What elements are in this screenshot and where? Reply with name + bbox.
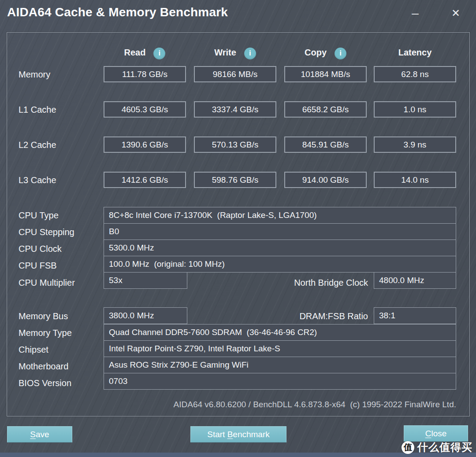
row-label-l2-cache: L2 Cache bbox=[19, 140, 56, 150]
memory-copy-value: 101884 MB/s bbox=[284, 66, 367, 82]
minimize-icon[interactable]: – bbox=[405, 4, 425, 22]
label-dram-fsb-ratio: DRAM:FSB Ratio bbox=[192, 311, 368, 321]
l2-copy-value: 845.91 GB/s bbox=[284, 136, 367, 153]
l3-read-value: 1412.6 GB/s bbox=[104, 172, 186, 188]
north-bridge-clock-value: 4800.0 MHz bbox=[374, 272, 456, 289]
memory-latency-value: 62.8 ns bbox=[374, 66, 456, 82]
cpu-multiplier-value: 53x bbox=[104, 272, 187, 289]
window-title: AIDA64 Cache & Memory Benchmark bbox=[7, 5, 228, 19]
l1-copy-value: 6658.2 GB/s bbox=[284, 101, 367, 118]
label-memory-type: Memory Type bbox=[19, 328, 72, 338]
start-benchmark-button[interactable]: Start Benchmark bbox=[190, 426, 286, 442]
memory-write-value: 98166 MB/s bbox=[194, 66, 276, 82]
memory-read-value: 111.78 GB/s bbox=[104, 66, 186, 82]
label-cpu-fsb: CPU FSB bbox=[19, 261, 57, 271]
column-header-read-label: Read bbox=[124, 48, 146, 58]
label-bios-version: BIOS Version bbox=[19, 378, 71, 388]
l1-latency-value: 1.0 ns bbox=[374, 101, 456, 118]
cpu-type-value: 8C+8c Intel Core i7-13700K (Raptor Lake-… bbox=[104, 207, 456, 224]
label-chipset: Chipset bbox=[19, 345, 48, 355]
aida64-window: AIDA64 Cache & Memory Benchmark – ✕ Read… bbox=[0, 0, 476, 457]
label-north-bridge-clock: North Bridge Clock bbox=[192, 278, 368, 288]
close-button[interactable]: Close bbox=[404, 425, 468, 442]
chipset-value: Intel Raptor Point-S Z790, Intel Raptor … bbox=[104, 340, 456, 357]
l2-latency-value: 3.9 ns bbox=[374, 136, 456, 153]
column-header-latency: Latency bbox=[374, 45, 456, 59]
memory-bus-value: 3800.0 MHz bbox=[104, 307, 187, 324]
column-header-copy: Copy i bbox=[284, 45, 367, 59]
row-label-l3-cache: L3 Cache bbox=[19, 175, 56, 185]
dram-fsb-ratio-value: 38:1 bbox=[374, 307, 456, 324]
l2-read-value: 1390.6 GB/s bbox=[104, 136, 186, 153]
l2-write-value: 570.13 GB/s bbox=[194, 136, 276, 153]
smzdm-logo-icon: 值 bbox=[402, 441, 414, 454]
motherboard-value: Asus ROG Strix Z790-E Gaming WiFi bbox=[104, 357, 456, 373]
memory-type-value: Quad Channel DDR5-7600 SDRAM (36-46-46-9… bbox=[104, 324, 456, 341]
column-header-read: Read i bbox=[104, 45, 186, 59]
label-memory-bus: Memory Bus bbox=[19, 311, 68, 321]
label-cpu-type: CPU Type bbox=[19, 210, 59, 221]
column-header-write: Write i bbox=[194, 45, 276, 59]
row-label-memory: Memory bbox=[19, 70, 50, 80]
column-header-latency-label: Latency bbox=[398, 48, 432, 58]
l3-write-value: 598.76 GB/s bbox=[194, 172, 276, 188]
cpu-fsb-value: 100.0 MHz (original: 100 MHz) bbox=[104, 256, 456, 273]
column-header-copy-label: Copy bbox=[305, 48, 327, 58]
l1-write-value: 3337.4 GB/s bbox=[194, 101, 276, 118]
cpu-clock-value: 5300.0 MHz bbox=[104, 240, 456, 256]
info-icon[interactable]: i bbox=[153, 48, 165, 59]
label-cpu-multiplier: CPU Multiplier bbox=[19, 278, 75, 288]
label-motherboard: Motherboard bbox=[19, 361, 68, 372]
info-icon[interactable]: i bbox=[244, 48, 256, 59]
row-label-l1-cache: L1 Cache bbox=[19, 105, 56, 115]
l3-copy-value: 914.00 GB/s bbox=[284, 172, 367, 188]
version-text: AIDA64 v6.80.6200 / BenchDLL 4.6.873.8-x… bbox=[174, 400, 456, 409]
save-button[interactable]: Save bbox=[7, 426, 72, 442]
smzdm-watermark-text: 什么值得买 bbox=[417, 440, 472, 454]
column-header-write-label: Write bbox=[214, 48, 236, 58]
l1-read-value: 4605.3 GB/s bbox=[104, 101, 186, 118]
l3-latency-value: 14.0 ns bbox=[374, 172, 456, 188]
bios-version-value: 0703 bbox=[104, 373, 456, 390]
smzdm-watermark: 值 什么值得买 bbox=[402, 440, 472, 454]
info-icon[interactable]: i bbox=[335, 48, 346, 59]
label-cpu-stepping: CPU Stepping bbox=[19, 227, 74, 237]
label-cpu-clock: CPU Clock bbox=[19, 244, 62, 254]
close-icon[interactable]: ✕ bbox=[446, 4, 465, 22]
cpu-stepping-value: B0 bbox=[104, 223, 456, 240]
